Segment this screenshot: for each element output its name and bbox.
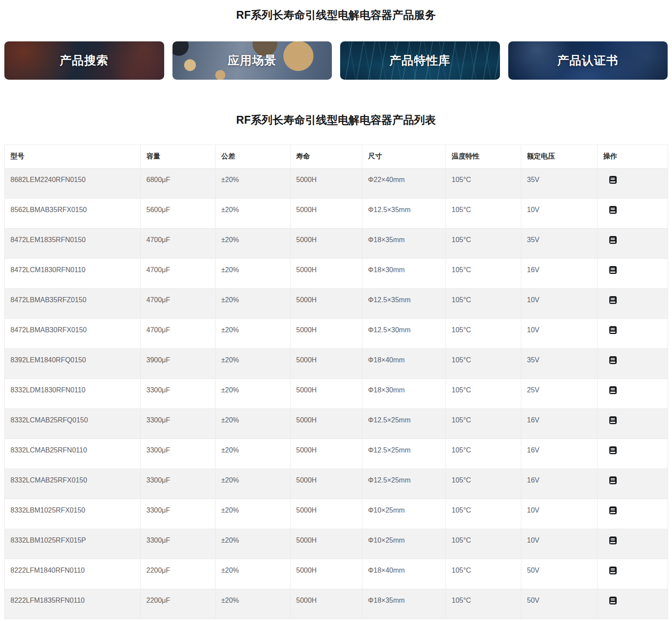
book-icon [609,326,617,334]
cell-action [598,379,668,409]
table-row: 8562LBMAB35RFX01505600μF±20%5000HΦ12.5×3… [5,199,668,229]
cell-model: 8332LDM1830RFN0110 [5,379,141,409]
cell-action [598,529,668,559]
cell-size: Φ10×25mm [362,499,446,529]
cell-model: 8332LBM1025RFX0150 [5,499,141,529]
cell-temperature: 105°C [446,529,521,559]
column-header-capacity: 容量 [141,145,216,169]
cell-size: Φ18×40mm [362,349,446,379]
cell-tolerance: ±20% [216,529,290,559]
view-doc-button[interactable] [609,236,617,244]
cell-size: Φ12.5×25mm [362,409,446,439]
book-icon [609,236,617,244]
view-doc-button[interactable] [609,506,617,514]
cell-voltage: 10V [521,529,598,559]
cell-capacity: 3300μF [141,469,216,499]
view-doc-button[interactable] [609,326,617,334]
cell-tolerance: ±20% [216,469,290,499]
cell-voltage: 35V [521,169,598,199]
column-header-life: 寿命 [290,145,362,169]
view-doc-button[interactable] [609,567,617,574]
cell-size: Φ10×25mm [362,529,446,559]
cell-capacity: 4700μF [141,259,216,289]
cell-capacity: 4700μF [141,319,216,349]
view-doc-button[interactable] [609,386,617,394]
cell-model: 8332LCMAB25RFQ0150 [5,409,141,439]
cell-life: 5000H [290,589,362,619]
book-icon [609,537,617,544]
cell-capacity: 3300μF [141,529,216,559]
view-doc-button[interactable] [609,356,617,364]
book-icon [609,416,617,424]
cell-temperature: 105°C [446,559,521,589]
table-row: 8332LCMAB25RFN01103300μF±20%5000HΦ12.5×2… [5,439,668,469]
view-doc-button[interactable] [609,446,617,454]
column-header-temperature: 温度特性 [446,145,521,169]
cell-action [598,199,668,229]
table-body: 8682LEM2240RFN01506800μF±20%5000HΦ22×40m… [5,169,668,619]
view-doc-button[interactable] [609,537,617,544]
cell-capacity: 3300μF [141,379,216,409]
cell-capacity: 2200μF [141,589,216,619]
cell-model: 8562LBMAB35RFX0150 [5,199,141,229]
view-doc-button[interactable] [609,176,617,184]
cell-action [598,499,668,529]
cell-life: 5000H [290,259,362,289]
cell-model: 8392LEM1840RFQ0150 [5,349,141,379]
nav-card-product-search[interactable]: 产品搜索 [4,41,164,80]
cell-tolerance: ±20% [216,319,290,349]
table-row: 8222LFM1840RFN01102200μF±20%5000HΦ18×40m… [5,559,668,589]
cell-temperature: 105°C [446,379,521,409]
cell-life: 5000H [290,199,362,229]
table-row: 8682LEM2240RFN01506800μF±20%5000HΦ22×40m… [5,169,668,199]
view-doc-button[interactable] [609,416,617,424]
cell-capacity: 3300μF [141,499,216,529]
book-icon [609,446,617,454]
book-icon [609,266,617,274]
view-doc-button[interactable] [609,597,617,604]
cell-model: 8222LFM1835RFN0110 [5,589,141,619]
cell-size: Φ18×40mm [362,559,446,589]
cell-voltage: 35V [521,229,598,259]
cell-voltage: 50V [521,559,598,589]
table-row: 8472LBMAB35RFZ01504700μF±20%5000HΦ12.5×3… [5,289,668,319]
table-row: 8472LBMAB30RFX01504700μF±20%5000HΦ12.5×3… [5,319,668,349]
cell-life: 5000H [290,409,362,439]
view-doc-button[interactable] [609,296,617,304]
book-icon [609,567,617,574]
cell-life: 5000H [290,349,362,379]
view-doc-button[interactable] [609,476,617,484]
cell-size: Φ18×30mm [362,259,446,289]
cell-voltage: 10V [521,289,598,319]
view-doc-button[interactable] [609,206,617,214]
book-icon [609,356,617,364]
cell-temperature: 105°C [446,199,521,229]
cell-capacity: 4700μF [141,229,216,259]
cell-temperature: 105°C [446,259,521,289]
cell-life: 5000H [290,439,362,469]
nav-card-application-scenarios[interactable]: 应用场景 [172,41,332,80]
column-header-model: 型号 [5,145,141,169]
cell-voltage: 10V [521,319,598,349]
nav-card-product-certificates[interactable]: 产品认证书 [508,41,668,80]
nav-card-label: 产品认证书 [557,53,618,68]
table-row: 8332LBM1025RFX015P3300μF±20%5000HΦ10×25m… [5,529,668,559]
cell-capacity: 3300μF [141,439,216,469]
cell-life: 5000H [290,319,362,349]
column-header-action: 操作 [598,145,668,169]
cell-size: Φ12.5×35mm [362,289,446,319]
cell-temperature: 105°C [446,349,521,379]
table-row: 8332LDM1830RFN01103300μF±20%5000HΦ18×30m… [5,379,668,409]
cell-temperature: 105°C [446,229,521,259]
cell-life: 5000H [290,499,362,529]
nav-card-product-features[interactable]: 产品特性库 [340,41,500,80]
cell-action [598,589,668,619]
view-doc-button[interactable] [609,266,617,274]
cell-tolerance: ±20% [216,259,290,289]
table-row: 8332LBM1025RFX01503300μF±20%5000HΦ10×25m… [5,499,668,529]
cell-life: 5000H [290,559,362,589]
cell-tolerance: ±20% [216,229,290,259]
cell-temperature: 105°C [446,289,521,319]
cell-model: 8472LCM1830RFN0110 [5,259,141,289]
cell-model: 8472LBMAB30RFX0150 [5,319,141,349]
